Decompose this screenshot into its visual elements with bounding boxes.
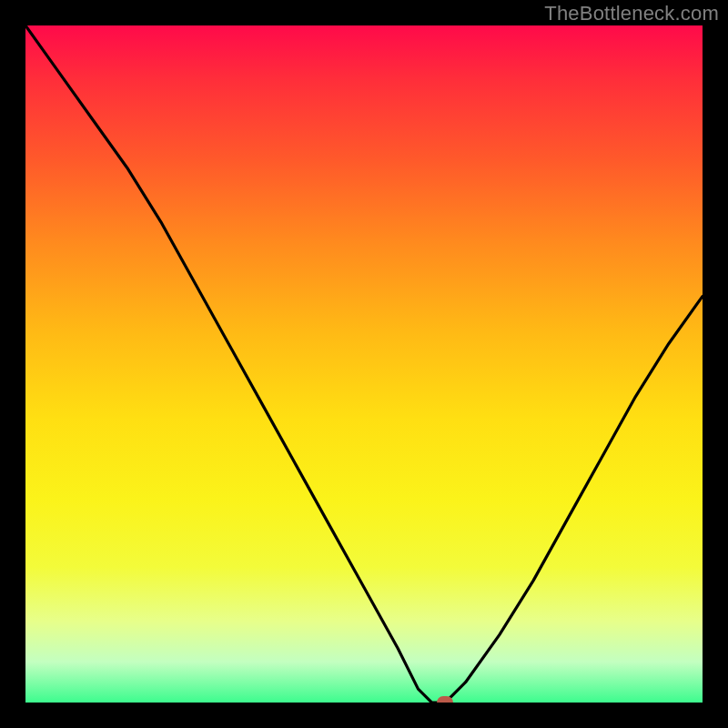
- chart-frame: TheBottleneck.com: [0, 0, 728, 728]
- plot-area: [25, 25, 703, 703]
- watermark-text: TheBottleneck.com: [544, 2, 719, 25]
- bottleneck-curve: [25, 25, 703, 703]
- optimal-point-marker: [437, 696, 453, 703]
